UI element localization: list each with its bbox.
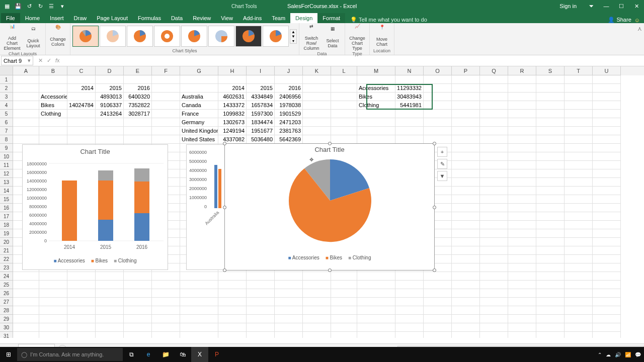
qat-customize-icon[interactable]: ▾ [58,2,66,10]
cell[interactable] [13,332,39,338]
cell[interactable] [536,246,565,255]
cell[interactable] [152,110,180,118]
cell[interactable] [180,84,218,93]
cell[interactable] [536,323,565,332]
cell[interactable] [357,272,395,281]
row-header[interactable]: 14 [0,187,13,195]
chart-styles-button[interactable]: ✎ [437,159,447,169]
cell[interactable] [96,281,124,289]
cell[interactable] [218,281,247,289]
chart-style-6[interactable] [208,26,234,47]
cell[interactable] [536,204,565,212]
cell[interactable] [424,93,452,101]
tab-format[interactable]: Format [317,13,345,23]
cell[interactable] [480,144,508,152]
cell[interactable] [152,332,180,338]
cell[interactable] [565,135,593,144]
cell[interactable] [152,315,180,323]
row-header[interactable]: 18 [0,221,13,229]
cell[interactable] [180,323,218,332]
tab-formulas[interactable]: Formulas [133,13,166,23]
cell[interactable] [508,144,536,152]
cell[interactable] [565,204,593,212]
cell[interactable] [180,272,218,281]
cell[interactable] [480,332,508,338]
store-icon[interactable]: 🛍 [174,347,191,362]
cell[interactable] [480,110,508,118]
row-header[interactable]: 17 [0,212,13,221]
cell[interactable] [13,110,39,118]
cell[interactable] [395,110,424,118]
cell[interactable]: 5036480 [247,135,275,144]
cell[interactable] [565,110,593,118]
cell[interactable] [593,255,621,263]
col-header[interactable]: M [357,66,395,75]
cell[interactable] [13,118,39,127]
cell[interactable] [593,75,621,84]
cell[interactable]: 1302673 [218,118,247,127]
cell[interactable] [275,306,303,315]
cell[interactable] [247,315,275,323]
cell[interactable] [565,84,593,93]
tab-design[interactable]: Design [290,13,317,23]
cell[interactable] [303,84,331,93]
cell[interactable] [480,229,508,238]
cell[interactable] [303,298,331,306]
col-header[interactable]: Q [480,66,508,75]
cell[interactable] [536,75,565,84]
cell[interactable] [124,306,152,315]
cell[interactable] [565,187,593,195]
row-header[interactable]: 4 [0,101,13,110]
add-chart-element-button[interactable]: 📊Add Chart Element [2,24,22,51]
share-button[interactable]: 👤 Share [608,17,631,23]
cell[interactable] [218,298,247,306]
cell[interactable] [452,255,480,263]
cell[interactable] [565,306,593,315]
cell[interactable] [452,212,480,221]
cell[interactable] [480,323,508,332]
cell[interactable] [303,332,331,338]
cell[interactable] [536,110,565,118]
cell[interactable] [357,298,395,306]
tab-draw[interactable]: Draw [69,13,92,23]
cell[interactable] [452,178,480,187]
row-header[interactable]: 2 [0,84,13,93]
cell[interactable] [593,110,621,118]
cell[interactable] [13,272,39,281]
cortana-search[interactable]: ◯ I'm Cortana. Ask me anything. [17,348,123,361]
cell[interactable] [96,272,124,281]
cell[interactable]: 1951677 [247,127,275,135]
close-icon[interactable]: ✕ [629,0,644,12]
cell[interactable] [452,332,480,338]
col-header[interactable]: J [275,66,303,75]
cell[interactable] [452,118,480,127]
cell[interactable] [67,127,96,135]
cell[interactable] [218,289,247,298]
notifications-icon[interactable]: 💬 [635,352,641,357]
pie-chart-legend[interactable]: Accessories Bikes Clothing [225,255,434,260]
cell[interactable] [247,332,275,338]
cell[interactable] [331,84,357,93]
cell[interactable] [452,127,480,135]
cell[interactable] [508,315,536,323]
cell[interactable] [424,272,452,281]
cell[interactable] [331,332,357,338]
cell[interactable] [565,195,593,204]
cell[interactable] [593,289,621,298]
cell[interactable] [508,152,536,161]
row-header[interactable]: 15 [0,195,13,204]
cell[interactable] [508,110,536,118]
cell[interactable] [593,161,621,169]
cell[interactable] [480,118,508,127]
cell[interactable] [565,75,593,84]
cell[interactable]: 2406956 [275,93,303,101]
col-header[interactable]: F [152,66,180,75]
cell[interactable] [331,289,357,298]
cell[interactable] [424,281,452,289]
cell[interactable] [395,75,424,84]
cell[interactable]: 2016 [275,84,303,93]
cell[interactable]: Germany [180,118,218,127]
row-header[interactable]: 13 [0,178,13,187]
cell[interactable] [39,118,67,127]
cell[interactable] [480,281,508,289]
